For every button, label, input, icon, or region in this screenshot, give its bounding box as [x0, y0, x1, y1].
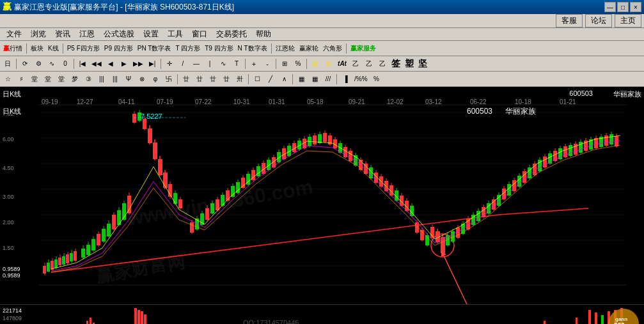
minimize-button[interactable]: —: [604, 2, 616, 12]
toolbar-period-day[interactable]: 日: [1, 58, 14, 70]
toolbar-hexagon[interactable]: 六角形: [321, 42, 344, 55]
toolbar-r3-8[interactable]: |||: [95, 73, 108, 86]
toolbar-nav5[interactable]: ▶|: [146, 58, 159, 70]
toolbar-r3-20[interactable]: ╱: [264, 73, 277, 86]
sep-r3-3: [292, 74, 293, 84]
toolbar-r3-19[interactable]: ☐: [251, 73, 263, 86]
svg-text:04-11: 04-11: [118, 98, 135, 105]
toolbar-r3-4[interactable]: 堂: [42, 73, 54, 86]
toolbar-nav4[interactable]: ▶▶: [131, 58, 145, 70]
toolbar-r3-7[interactable]: ③: [82, 73, 95, 86]
toolbar-settings2[interactable]: ⚙: [32, 58, 45, 70]
toolbar-r3-22[interactable]: ▦: [295, 73, 308, 86]
toolbar-winner-service[interactable]: 赢家服务: [349, 42, 378, 55]
toolbar-pn-number[interactable]: PN T数字表: [136, 42, 173, 55]
toolbar-hline[interactable]: —: [190, 58, 203, 70]
toolbar-quotes[interactable]: 赢 行情: [1, 42, 24, 55]
toolbar-refresh[interactable]: ⟳: [19, 58, 31, 70]
toolbar-gann-wheel[interactable]: 江恩轮: [274, 42, 297, 55]
toolbar-angle5[interactable]: 塑: [403, 58, 416, 70]
svg-rect-296: [141, 311, 143, 324]
toolbar-r3-1[interactable]: ☆: [1, 73, 14, 86]
toolbar-angle3[interactable]: 乙: [376, 58, 389, 70]
menu-browse[interactable]: 浏览: [27, 28, 50, 40]
menu-formula[interactable]: 公式选股: [100, 28, 138, 40]
toolbar-angle2[interactable]: 乙: [363, 58, 375, 70]
svg-text:600503: 600503: [467, 107, 492, 116]
toolbar-r3-3[interactable]: 堂: [28, 73, 41, 86]
toolbar-kline[interactable]: K线: [46, 42, 61, 55]
toolbar-r3-11[interactable]: ⊗: [136, 73, 148, 86]
svg-rect-62: [112, 215, 116, 229]
toolbar-n-number[interactable]: N T数字表: [236, 42, 269, 55]
toolbar-r3-12[interactable]: φ: [149, 73, 162, 86]
toolbar-r3-23[interactable]: ▦: [308, 73, 321, 86]
toolbar-r3-25[interactable]: ▐: [339, 73, 352, 86]
toolbar-r3-18[interactable]: 卅: [233, 73, 246, 86]
menu-window[interactable]: 窗口: [188, 28, 211, 40]
menu-help[interactable]: 帮助: [252, 28, 275, 40]
menu-trade[interactable]: 交易委托: [212, 28, 251, 40]
toolbar-text[interactable]: T: [230, 58, 243, 70]
toolbar-p9-square[interactable]: P9 四方形: [102, 42, 135, 55]
menu-gann[interactable]: 江恩: [75, 28, 98, 40]
toolbar-nav2[interactable]: ◀◀: [90, 58, 104, 70]
toolbar-angle1[interactable]: 乙: [349, 58, 362, 70]
toolbar-tAt[interactable]: tAt: [336, 58, 349, 70]
toolbar-r3-26[interactable]: /%%: [352, 73, 370, 86]
toolbar-gold[interactable]: 金: [309, 58, 322, 70]
menu-news[interactable]: 资讯: [51, 28, 74, 40]
toolbar-r3-21[interactable]: ∧: [278, 73, 290, 86]
svg-rect-36: [54, 259, 58, 268]
toolbar-angle6[interactable]: 坚: [416, 58, 429, 70]
close-button[interactable]: ×: [630, 2, 641, 12]
toolbar-zoom-out[interactable]: -: [261, 58, 274, 70]
home-button[interactable]: 主页: [615, 14, 641, 27]
title-bar-left: 赢 赢家江恩专业版[赢家服务平台] - [华丽家族 SH600503-871日K…: [3, 1, 234, 13]
customer-service-button[interactable]: 客服: [556, 14, 583, 27]
sep-r3-1: [177, 74, 178, 84]
toolbar-r3-9[interactable]: |||: [109, 73, 122, 86]
toolbar-r3-27[interactable]: %: [370, 73, 383, 86]
toolbar-nav3[interactable]: ◀: [104, 58, 117, 70]
toolbar-r3-24[interactable]: ///: [322, 73, 334, 86]
forum-button[interactable]: 论坛: [585, 14, 612, 27]
toolbar-indicator[interactable]: ∿: [45, 58, 58, 70]
toolbar-cross[interactable]: ✛: [163, 58, 176, 70]
menu-tools[interactable]: 工具: [164, 28, 187, 40]
toolbar-wave[interactable]: ∿: [217, 58, 230, 70]
toolbar-r3-15[interactable]: 廿: [193, 73, 206, 86]
toolbar-r3-14[interactable]: 廿: [180, 73, 192, 86]
svg-rect-241: [569, 145, 572, 156]
window-title: 赢家江恩专业版[赢家服务平台] - [华丽家族 SH600503-871日K线]: [14, 2, 234, 13]
menu-settings[interactable]: 设置: [139, 28, 162, 40]
toolbar-p5-square[interactable]: P5 F四方形: [65, 42, 102, 55]
toolbar-grid[interactable]: ⊞: [278, 58, 291, 70]
toolbar-t9-square[interactable]: T9 四方形: [203, 42, 235, 55]
toolbar-r3-13[interactable]: 卐: [162, 73, 175, 86]
toolbar-gold2[interactable]: 金: [322, 58, 335, 70]
toolbar-r3-16[interactable]: 廿: [207, 73, 219, 86]
svg-rect-295: [137, 310, 140, 324]
main-chart[interactable]: 09-19 12-27 04-11 07-19 07-22 10-31 01-3…: [0, 87, 644, 304]
toolbar-percent[interactable]: %: [292, 58, 304, 70]
svg-rect-245: [579, 142, 583, 153]
toolbar-nav1[interactable]: |◀: [76, 58, 89, 70]
svg-rect-310: [576, 318, 577, 324]
menu-file[interactable]: 文件: [3, 28, 26, 40]
toolbar-t-square[interactable]: T 四方形: [173, 42, 202, 55]
toolbar-r3-17[interactable]: 廿: [220, 73, 233, 86]
toolbar-zero[interactable]: 0: [59, 58, 72, 70]
toolbar-vline[interactable]: |: [203, 58, 216, 70]
toolbar-r3-6[interactable]: 梦: [68, 73, 81, 86]
toolbar-r3-5[interactable]: 堂: [55, 73, 68, 86]
toolbar-winner-wheel[interactable]: 赢家轮: [297, 42, 320, 55]
toolbar-zoom-in[interactable]: +: [247, 58, 260, 70]
toolbar-board[interactable]: 板块: [29, 42, 45, 55]
toolbar-play[interactable]: ▶: [118, 58, 130, 70]
toolbar-r3-10[interactable]: Ψ: [122, 73, 135, 86]
toolbar-r3-2[interactable]: ♯: [15, 73, 27, 86]
toolbar-line[interactable]: /: [177, 58, 189, 70]
restore-button[interactable]: □: [617, 2, 629, 12]
toolbar-angle4[interactable]: 签: [389, 58, 402, 70]
